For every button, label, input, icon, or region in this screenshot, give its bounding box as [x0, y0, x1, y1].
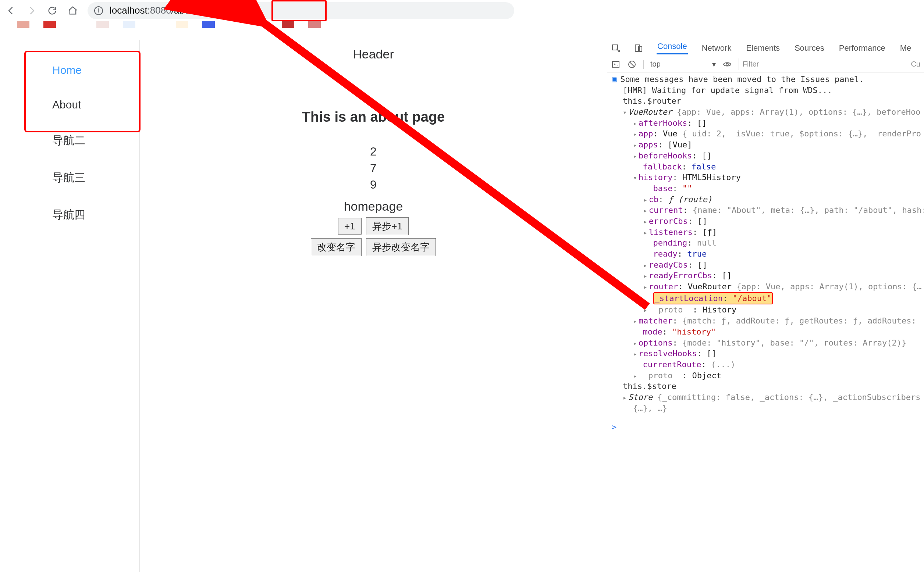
color-swatch — [97, 21, 109, 28]
sidebar-item-nav4[interactable]: 导航四 — [26, 196, 114, 233]
url-bar[interactable]: i localhost:8080/about — [87, 2, 514, 19]
svg-rect-1 — [635, 45, 640, 51]
inspect-element-icon[interactable] — [611, 44, 620, 53]
home-icon[interactable] — [67, 5, 79, 17]
counter-3: 9 — [140, 176, 607, 193]
header-title: Header — [140, 47, 607, 61]
tab-elements[interactable]: Elements — [745, 44, 781, 53]
log-hmr: [HMR] Waiting for update signal from WDS… — [612, 85, 919, 96]
tab-more[interactable]: Me — [899, 44, 912, 53]
svg-rect-3 — [612, 61, 619, 67]
color-swatch-strip — [0, 21, 924, 31]
change-name-button[interactable]: 改变名字 — [311, 238, 361, 256]
color-swatch — [123, 21, 136, 28]
color-swatch — [308, 21, 321, 28]
start-location-line: _startLocation: "/about" — [612, 292, 919, 305]
svg-rect-2 — [639, 47, 642, 51]
async-plus-one-button[interactable]: 异步+1 — [366, 217, 409, 235]
sidebar: Home About 导航二 导航三 导航四 — [0, 40, 140, 572]
color-swatch — [361, 21, 374, 28]
forward-icon[interactable] — [26, 5, 37, 17]
site-info-icon[interactable]: i — [94, 6, 103, 15]
console-sidebar-icon[interactable] — [611, 59, 620, 69]
log-router: this.$router — [612, 96, 919, 107]
color-swatch — [202, 21, 215, 28]
annotation-url-highlight — [271, 0, 327, 21]
context-select[interactable]: top▾ — [650, 60, 716, 69]
tab-console[interactable]: Console — [657, 42, 688, 54]
counter-1: 2 — [140, 143, 607, 160]
console-prompt[interactable]: > — [607, 421, 924, 433]
live-expression-icon[interactable] — [722, 59, 732, 69]
color-swatch — [229, 21, 241, 28]
device-toolbar-icon[interactable] — [634, 44, 644, 53]
color-swatch — [176, 21, 189, 28]
counter-2: 7 — [140, 160, 607, 176]
url-text: localhost:8080/about — [110, 5, 198, 16]
svg-point-5 — [726, 63, 728, 65]
color-swatch — [255, 21, 268, 28]
tab-network[interactable]: Network — [701, 44, 732, 53]
main-area: Header This is an about page 2 7 9 homep… — [140, 40, 607, 572]
console-filter[interactable]: Filter — [739, 59, 904, 70]
app-viewport: Home About 导航二 导航三 导航四 Header This is an… — [0, 40, 607, 572]
tab-performance[interactable]: Performance — [838, 44, 886, 53]
color-swatch — [17, 21, 30, 28]
annotation-sidebar-highlight — [24, 51, 140, 132]
page-title: This is an about page — [140, 109, 607, 125]
color-swatch — [150, 21, 162, 28]
name-label: homepage — [140, 199, 607, 214]
devtools-tabbar: Console Network Elements Sources Perform… — [607, 40, 924, 56]
color-swatch — [44, 21, 56, 28]
color-swatch — [282, 21, 294, 28]
console-toolbar: top▾ Filter Cu — [607, 56, 924, 72]
color-swatch — [335, 21, 347, 28]
log-levels[interactable]: Cu — [911, 60, 920, 68]
color-swatch — [70, 21, 83, 28]
clear-console-icon[interactable] — [627, 59, 637, 69]
back-icon[interactable] — [5, 5, 17, 17]
devtools-panel: Console Network Elements Sources Perform… — [607, 40, 924, 572]
log-store: this.$store — [612, 381, 919, 392]
refresh-icon[interactable] — [46, 5, 58, 17]
plus-one-button[interactable]: +1 — [338, 218, 361, 235]
console-log[interactable]: ▣Some messages have been moved to the Is… — [607, 72, 924, 421]
browser-chrome: i localhost:8080/about — [0, 0, 924, 21]
async-change-name-button[interactable]: 异步改变名字 — [366, 238, 436, 256]
tab-sources[interactable]: Sources — [794, 44, 825, 53]
sidebar-item-nav3[interactable]: 导航三 — [26, 159, 114, 196]
color-swatch — [388, 21, 400, 28]
